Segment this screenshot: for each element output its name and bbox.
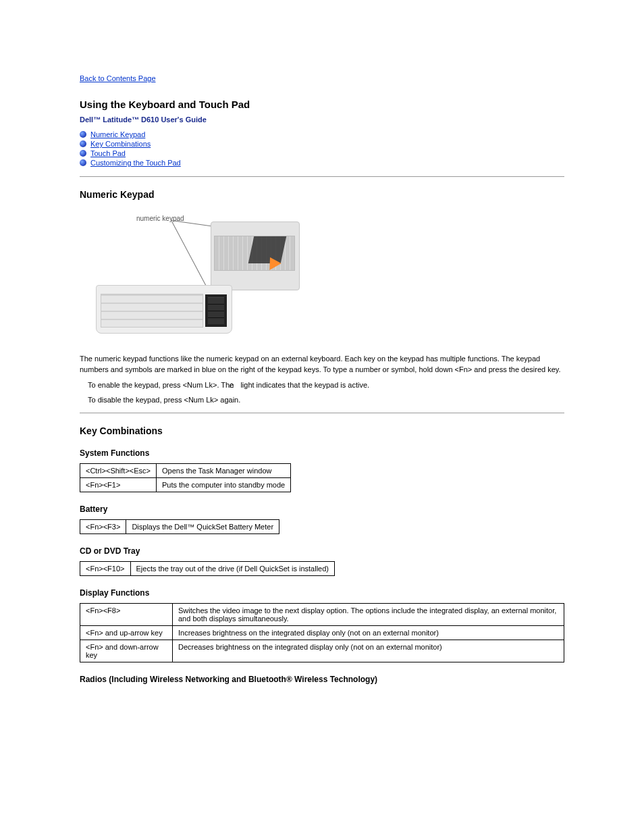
toc-link-key-combinations[interactable]: Key Combinations bbox=[90, 140, 151, 148]
toc-item: Numeric Keypad bbox=[80, 130, 564, 138]
divider bbox=[80, 176, 564, 177]
external-keyboard-keys bbox=[101, 294, 203, 327]
divider bbox=[80, 413, 564, 413]
subsection-radios-heading: Radios (Including Wireless Networking an… bbox=[80, 675, 564, 684]
key-cell: <Fn> and up-arrow key bbox=[80, 626, 173, 640]
toc-link-customizing-touch-pad[interactable]: Customizing the Touch Pad bbox=[90, 159, 181, 167]
list-text: light indicates that the keypad is activ… bbox=[238, 380, 369, 388]
system-functions-table: <Ctrl><Shift><Esc> Opens the Task Manage… bbox=[80, 463, 291, 492]
subsection-display-functions-heading: Display Functions bbox=[80, 588, 564, 598]
key-cell: <Fn> and down-arrow key bbox=[80, 640, 173, 662]
paragraph: The numeric keypad functions like the nu… bbox=[80, 354, 564, 375]
toc-item: Key Combinations bbox=[80, 140, 564, 148]
key-cell: <Fn><F1> bbox=[80, 478, 157, 492]
numeric-keypad-figure: numeric keypad bbox=[96, 209, 298, 344]
desc-cell: Increases brightness on the integrated d… bbox=[173, 626, 564, 640]
bullet-icon bbox=[80, 131, 86, 138]
table-row: <Fn><F10> Ejects the tray out of the dri… bbox=[80, 562, 335, 576]
desc-cell: Displays the Dell™ QuickSet Battery Mete… bbox=[126, 520, 279, 534]
desc-cell: Decreases brightness on the integrated d… bbox=[173, 640, 564, 662]
table-row: <Fn><F3> Displays the Dell™ QuickSet Bat… bbox=[80, 520, 279, 534]
list-item: To enable the keypad, press <Num Lk>. Th… bbox=[96, 380, 564, 391]
list-item: To disable the keypad, press <Num Lk> ag… bbox=[96, 395, 564, 406]
back-to-contents-link[interactable]: Back to Contents Page bbox=[80, 74, 156, 82]
list-text: To enable the keypad, press <Num Lk>. Th… bbox=[88, 380, 236, 388]
table-of-contents: Numeric Keypad Key Combinations Touch Pa… bbox=[80, 130, 564, 167]
display-functions-table: <Fn><F8> Switches the video image to the… bbox=[80, 603, 564, 662]
toc-item: Customizing the Touch Pad bbox=[80, 159, 564, 167]
product-guide-line: Dell™ Latitude™ D610 User's Guide bbox=[80, 115, 564, 124]
document-page: Back to Contents Page Using the Keyboard… bbox=[0, 0, 644, 730]
table-row: <Ctrl><Shift><Esc> Opens the Task Manage… bbox=[80, 464, 291, 478]
desc-cell: Ejects the tray out of the drive (if Del… bbox=[130, 562, 335, 576]
table-row: <Fn> and down-arrow key Decreases bright… bbox=[80, 640, 564, 662]
toc-link-numeric-keypad[interactable]: Numeric Keypad bbox=[90, 130, 145, 138]
subsection-cd-dvd-tray-heading: CD or DVD Tray bbox=[80, 546, 564, 556]
toc-link-touch-pad[interactable]: Touch Pad bbox=[90, 149, 126, 157]
desc-cell: Puts the computer into standby mode bbox=[157, 478, 291, 492]
toc-item: Touch Pad bbox=[80, 149, 564, 157]
key-cell: <Fn><F8> bbox=[80, 604, 173, 626]
subsection-battery-heading: Battery bbox=[80, 504, 564, 514]
desc-cell: Opens the Task Manager window bbox=[157, 464, 291, 478]
bullet-icon bbox=[80, 159, 86, 166]
table-row: <Fn><F8> Switches the video image to the… bbox=[80, 604, 564, 626]
key-cell: <Fn><F3> bbox=[80, 520, 126, 534]
bullet-icon bbox=[80, 140, 86, 147]
key-cell: <Ctrl><Shift><Esc> bbox=[80, 464, 157, 478]
battery-table: <Fn><F3> Displays the Dell™ QuickSet Bat… bbox=[80, 519, 279, 534]
subsection-system-functions-heading: System Functions bbox=[80, 448, 564, 458]
page-title: Using the Keyboard and Touch Pad bbox=[80, 99, 564, 110]
external-keypad-highlight bbox=[205, 294, 227, 327]
section-numeric-keypad-heading: Numeric Keypad bbox=[80, 189, 564, 200]
section-key-combinations-heading: Key Combinations bbox=[80, 425, 564, 436]
bullet-icon bbox=[80, 150, 86, 157]
tray-table: <Fn><F10> Ejects the tray out of the dri… bbox=[80, 561, 335, 576]
table-row: <Fn> and up-arrow key Increases brightne… bbox=[80, 626, 564, 640]
key-cell: <Fn><F10> bbox=[80, 562, 131, 576]
desc-cell: Switches the video image to the next dis… bbox=[173, 604, 564, 626]
table-row: <Fn><F1> Puts the computer into standby … bbox=[80, 478, 291, 492]
